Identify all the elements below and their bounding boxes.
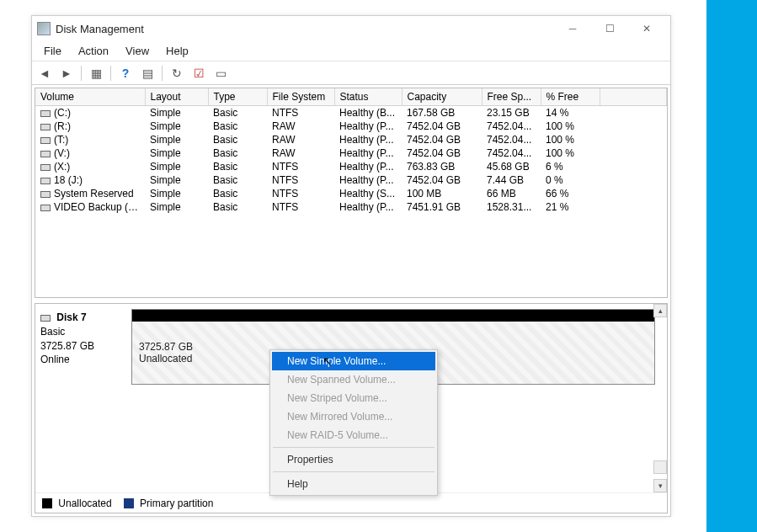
cell-layout: Simple: [145, 120, 208, 133]
cell-volume: (R:): [54, 120, 71, 132]
cell-volume: (V:): [54, 147, 70, 159]
menu-new-mirrored-volume[interactable]: New Mirrored Volume...: [272, 407, 435, 426]
table-row[interactable]: (X:)SimpleBasicNTFSHealthy (P...763.83 G…: [35, 160, 667, 173]
volume-icon: [40, 151, 51, 157]
cell-free: 1528.31...: [482, 200, 541, 214]
menu-help[interactable]: Help: [272, 475, 435, 493]
properties-icon[interactable]: ▤: [138, 64, 157, 82]
table-row[interactable]: (R:)SimpleBasicRAWHealthy (P...7452.04 G…: [35, 120, 667, 133]
menu-action[interactable]: Action: [70, 42, 117, 60]
volume-icon: [40, 205, 51, 211]
back-button[interactable]: ◄: [35, 64, 54, 82]
swatch-primary-icon: [124, 498, 134, 508]
cell-fs: NTFS: [267, 173, 334, 187]
refresh-icon[interactable]: ↻: [168, 64, 186, 82]
cell-capacity: 100 MB: [402, 187, 482, 200]
table-row[interactable]: System ReservedSimpleBasicNTFSHealthy (S…: [35, 187, 667, 200]
cell-fs: RAW: [267, 133, 334, 146]
cell-fs: RAW: [267, 120, 334, 133]
col-status[interactable]: Status: [334, 88, 402, 106]
table-row[interactable]: (C:)SimpleBasicNTFSHealthy (B...167.58 G…: [35, 106, 667, 120]
cell-layout: Simple: [145, 200, 208, 214]
disk-type: Basic: [40, 326, 65, 338]
disk-label-block: Disk 7 Basic 3725.87 GB Online: [40, 309, 125, 385]
cell-layout: Simple: [145, 133, 208, 146]
table-header-row: Volume Layout Type File System Status Ca…: [35, 88, 667, 106]
cell-pct: 100 %: [541, 146, 600, 160]
volume-table-area[interactable]: Volume Layout Type File System Status Ca…: [35, 88, 668, 298]
scroll-down-button[interactable]: ▾: [653, 479, 667, 492]
cell-fs: NTFS: [267, 106, 334, 120]
cell-free: 7452.04...: [482, 146, 541, 160]
volume-table: Volume Layout Type File System Status Ca…: [35, 88, 667, 214]
cell-pct: 100 %: [541, 133, 600, 146]
legend-unallocated: Unallocated: [42, 497, 112, 509]
col-freespace[interactable]: Free Sp...: [482, 88, 541, 106]
cell-layout: Simple: [145, 187, 208, 200]
cell-layout: Simple: [145, 173, 208, 187]
volume-icon: [40, 110, 51, 117]
cell-status: Healthy (S...: [334, 187, 402, 200]
volume-icon: [40, 124, 51, 130]
table-row[interactable]: (V:)SimpleBasicRAWHealthy (P...7452.04 G…: [35, 146, 667, 160]
cell-status: Healthy (P...: [334, 160, 402, 173]
col-filler: [600, 88, 667, 106]
col-filesystem[interactable]: File System: [267, 88, 334, 106]
legend-primary: Primary partition: [124, 497, 214, 509]
menu-help[interactable]: Help: [157, 42, 197, 60]
help-icon[interactable]: ?: [116, 64, 135, 82]
toggle-icon[interactable]: ☑: [189, 64, 208, 82]
disk-status: Online: [40, 354, 70, 365]
menu-new-raid5-volume[interactable]: New RAID-5 Volume...: [272, 426, 435, 444]
menu-new-spanned-volume[interactable]: New Spanned Volume...: [272, 370, 435, 389]
menu-properties[interactable]: Properties: [272, 450, 435, 469]
volume-icon: [40, 191, 51, 198]
volume-icon: [40, 164, 51, 171]
table-row[interactable]: VIDEO Backup (K:)SimpleBasicNTFSHealthy …: [35, 200, 667, 214]
cell-layout: Simple: [145, 106, 208, 120]
context-menu: New Simple Volume... New Spanned Volume.…: [269, 349, 438, 496]
tree-icon[interactable]: ▦: [87, 64, 105, 82]
table-row[interactable]: 18 (J:)SimpleBasicNTFSHealthy (P...7452.…: [35, 173, 667, 187]
col-type[interactable]: Type: [208, 88, 267, 106]
disk-header-bar: [132, 310, 654, 322]
cell-volume: System Reserved: [54, 188, 134, 200]
cell-free: 7452.04...: [482, 120, 541, 133]
cell-free: 7452.04...: [482, 133, 541, 146]
cell-free: 66 MB: [482, 187, 541, 200]
cell-type: Basic: [208, 173, 267, 187]
cell-pct: 6 %: [541, 160, 600, 173]
col-layout[interactable]: Layout: [145, 88, 208, 106]
cell-capacity: 7452.04 GB: [402, 120, 482, 133]
menu-new-striped-volume[interactable]: New Striped Volume...: [272, 389, 435, 407]
menu-file[interactable]: File: [35, 42, 70, 60]
cell-status: Healthy (P...: [334, 120, 402, 133]
scroll-thumb[interactable]: [653, 460, 667, 474]
table-row[interactable]: (T:)SimpleBasicRAWHealthy (P...7452.04 G…: [35, 133, 667, 146]
disk-name: Disk 7: [56, 311, 86, 323]
action-icon[interactable]: ▭: [211, 64, 230, 82]
menubar: File Action View Help: [32, 41, 670, 61]
disk-size: 3725.87 GB: [40, 340, 94, 352]
background-accent-strip: [706, 0, 757, 532]
titlebar[interactable]: Disk Management ─ ☐ ✕: [32, 16, 670, 41]
col-capacity[interactable]: Capacity: [402, 88, 482, 106]
volume-icon: [40, 178, 51, 184]
disk-icon: [40, 315, 51, 322]
menu-new-simple-volume[interactable]: New Simple Volume...: [272, 352, 435, 370]
cell-type: Basic: [208, 146, 267, 160]
forward-button[interactable]: ►: [57, 64, 76, 82]
cell-free: 7.44 GB: [482, 173, 541, 187]
close-button[interactable]: ✕: [628, 17, 665, 40]
maximize-button[interactable]: ☐: [591, 17, 628, 40]
cell-capacity: 7452.04 GB: [402, 146, 482, 160]
cell-layout: Simple: [145, 146, 208, 160]
scroll-up-button[interactable]: ▴: [653, 304, 667, 317]
col-volume[interactable]: Volume: [35, 88, 145, 106]
cell-capacity: 7452.04 GB: [402, 133, 482, 146]
menu-view[interactable]: View: [117, 42, 157, 60]
minimize-button[interactable]: ─: [554, 17, 591, 40]
col-pctfree[interactable]: % Free: [541, 88, 600, 106]
cell-status: Healthy (P...: [334, 133, 402, 146]
cell-pct: 100 %: [541, 120, 600, 133]
